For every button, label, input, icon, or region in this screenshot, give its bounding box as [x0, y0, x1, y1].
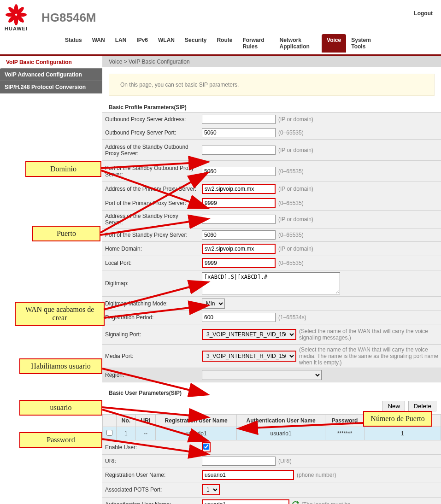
uri-input[interactable]: [202, 457, 276, 466]
pots-port-label: Associated POTS Port:: [102, 485, 199, 494]
cell-pots: 1: [364, 427, 441, 440]
profile-table: Outbound Proxy Server Address:(IP or dom…: [102, 112, 441, 382]
standby-out-port-input[interactable]: [202, 167, 276, 176]
uri-label: URI:: [102, 457, 199, 466]
enable-user-check[interactable]: [203, 444, 209, 450]
primary-addr-label: Address of the Primary Proxy Server:: [102, 184, 199, 193]
model-title: HG8546M: [41, 11, 96, 25]
media-select[interactable]: 3_VOIP_INTERNET_R_VID_1503: [202, 351, 296, 362]
reg-user-label: Registration User Name:: [102, 470, 199, 480]
standby-out-port-label: Port of the Standby Outbound Proxy Serve…: [102, 164, 199, 179]
signaling-label: Signaling Port:: [102, 330, 199, 339]
enable-user-label: Enable User:: [102, 443, 199, 452]
main-content: Voice > VoIP Basic Configuration On this…: [102, 56, 441, 504]
home-domain-label: Home Domain:: [102, 244, 199, 253]
outbound-addr-label: Outbound Proxy Server Address:: [102, 115, 199, 124]
auth-user-label: Authentication User Name:: [102, 500, 199, 504]
col-pots: Associated POTS Port: [364, 415, 441, 427]
digitmap-mode-label: Digitmap Matching Mode:: [102, 299, 199, 308]
local-port-input[interactable]: [202, 258, 276, 268]
standby-addr-input[interactable]: [202, 215, 276, 224]
nav-voice[interactable]: Voice: [322, 34, 346, 53]
nav-lan[interactable]: LAN: [110, 34, 132, 53]
sidebar: VoIP Basic ConfigurationVoIP Advanced Co…: [0, 56, 102, 504]
cell-no: 1: [117, 427, 136, 440]
breadcrumb: Voice > VoIP Basic Configuration: [102, 56, 441, 67]
logout-link[interactable]: Logout: [414, 10, 433, 17]
nav-security[interactable]: Security: [180, 34, 212, 53]
pots-port-select[interactable]: 1: [202, 484, 220, 495]
outbound-port-hint: (0–65535): [278, 129, 304, 136]
media-label: Media Port:: [102, 352, 199, 361]
digitmap-label: Digitmap:: [102, 279, 199, 288]
nav-forward-rules[interactable]: Forward Rules: [237, 34, 274, 53]
sidebar-item-1[interactable]: VoIP Advanced Configuration: [0, 69, 102, 81]
col-no: No.: [117, 415, 136, 427]
user-actions: New Delete: [102, 398, 441, 414]
sidebar-item-2[interactable]: SIP/H.248 Protocol Conversion: [0, 81, 102, 94]
cell-reg: usuario1: [156, 427, 237, 440]
cell-pwd: *******: [325, 427, 365, 440]
cell-auth: usuario1: [237, 427, 325, 440]
digitmap-mode-select[interactable]: Min: [202, 299, 225, 309]
primary-addr-input[interactable]: [202, 184, 276, 194]
col-auth: Authentication User Name: [237, 415, 325, 427]
standby-port-label: Port of the Standby Proxy Server:: [102, 230, 199, 240]
primary-port-label: Port of the Primary Proxy Server:: [102, 199, 199, 208]
users-section-title: Basic User Parameters(SIP): [102, 388, 441, 398]
nav-route[interactable]: Route: [212, 34, 237, 53]
outbound-addr-hint: (IP or domain): [278, 116, 313, 123]
header: HUAWEI HG8546M Logout: [0, 0, 441, 31]
cell-uri: --: [135, 427, 155, 440]
profile-section-title: Basic Profile Parameters(SIP): [102, 102, 441, 112]
nav-system-tools[interactable]: System Tools: [346, 34, 381, 53]
table-row[interactable]: 1 -- usuario1 usuario1 ******* 1: [103, 427, 441, 440]
standby-addr-label: Address of the Standby Proxy Server:: [102, 211, 199, 227]
primary-port-input[interactable]: [202, 198, 276, 208]
col-reg: Registration User Name: [156, 415, 237, 427]
info-banner: On this page, you can set basic SIP para…: [109, 74, 435, 96]
outbound-port-input[interactable]: [202, 128, 276, 137]
local-port-label: Local Port:: [102, 258, 199, 268]
user-table: No. URI Registration User Name Authentic…: [102, 414, 441, 440]
refresh-icon[interactable]: [292, 501, 299, 504]
reg-period-label: Registration Period:: [102, 313, 199, 322]
nav-network-application[interactable]: Network Application: [275, 34, 322, 53]
row-check[interactable]: [106, 430, 112, 436]
digitmap-textarea[interactable]: [202, 272, 340, 294]
nav-ipv6[interactable]: IPv6: [131, 34, 153, 53]
nav-status[interactable]: Status: [60, 34, 87, 53]
nav-wan[interactable]: WAN: [87, 34, 110, 53]
signaling-select[interactable]: 3_VOIP_INTERNET_R_VID_1503: [202, 329, 296, 340]
region-label: Region:: [102, 370, 199, 380]
nav-wlan[interactable]: WLAN: [153, 34, 180, 53]
outbound-port-label: Outbound Proxy Server Port:: [102, 128, 199, 137]
home-domain-input[interactable]: [202, 244, 276, 254]
outbound-addr-input[interactable]: [202, 115, 276, 124]
brand-text: HUAWEI: [5, 26, 28, 31]
huawei-petal-icon: [5, 4, 27, 26]
user-detail: Enable User: URI:(URI) Registration User…: [102, 440, 441, 504]
reg-user-input[interactable]: [202, 470, 294, 480]
standby-out-addr-input[interactable]: [202, 146, 276, 155]
standby-port-input[interactable]: [202, 230, 276, 240]
main-nav: StatusWANLANIPv6WLANSecurityRouteForward…: [0, 34, 441, 54]
region-select[interactable]: [202, 370, 322, 380]
new-button[interactable]: New: [382, 401, 405, 411]
col-pwd: Password: [325, 415, 365, 427]
delete-button[interactable]: Delete: [408, 401, 436, 411]
sidebar-item-0[interactable]: VoIP Basic Configuration: [0, 56, 102, 69]
col-check: [103, 415, 117, 427]
standby-out-addr-label: Address of the Standby Outbound Proxy Se…: [102, 142, 199, 158]
auth-user-input[interactable]: [202, 499, 289, 504]
brand-logo: HUAWEI: [5, 4, 28, 31]
col-uri: URI: [135, 415, 155, 427]
reg-period-input[interactable]: [202, 313, 276, 322]
